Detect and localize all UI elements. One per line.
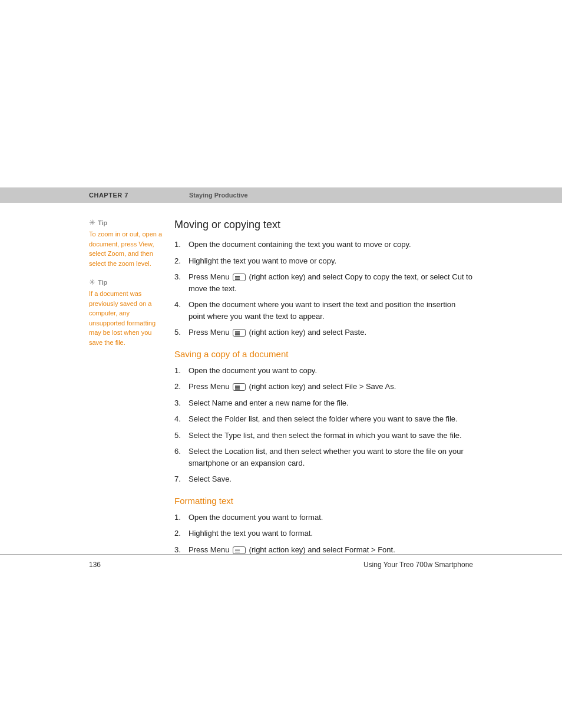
chapter-label: CHAPTER 7 — [89, 192, 189, 199]
list-item: 7. Select Save. — [174, 473, 473, 485]
main-content: Moving or copying text 1. Open the docum… — [174, 218, 473, 560]
menu-key-icon — [233, 546, 246, 554]
section-2-title: Saving a copy of a document — [174, 349, 473, 359]
menu-key-icon — [233, 329, 246, 337]
list-num: 1. — [174, 512, 184, 523]
list-num: 6. — [174, 446, 184, 469]
chapter-title: Staying Productive — [189, 192, 248, 199]
list-text: Highlight the text you want to format. — [189, 528, 473, 539]
list-item: 4. Select the Folder list, and then sele… — [174, 413, 473, 425]
list-num: 1. — [174, 239, 184, 251]
tip-1-label: Tip — [98, 219, 107, 226]
tip-2: ✳ Tip If a document was previously saved… — [89, 278, 163, 347]
list-num: 7. — [174, 473, 184, 485]
section-3-title: Formatting text — [174, 496, 473, 506]
list-text: Highlight the text you want to move or c… — [189, 255, 473, 267]
tip-1-text: To zoom in or out, open a document, pres… — [89, 229, 163, 268]
section-1-list: 1. Open the document containing the text… — [174, 239, 473, 338]
section-3-list: 1. Open the document you want to format.… — [174, 512, 473, 556]
list-text: Select the Folder list, and then select … — [189, 413, 473, 425]
tip-2-star: ✳ — [89, 278, 95, 286]
list-text: Select Save. — [189, 473, 473, 485]
list-text: Select the Location list, and then selec… — [189, 446, 473, 469]
list-item: 1. Open the document containing the text… — [174, 239, 473, 251]
list-item: 5. Press Menu (right action key) and sel… — [174, 327, 473, 338]
list-num: 2. — [174, 381, 184, 393]
chapter-header: CHAPTER 7 Staying Productive — [0, 187, 562, 203]
list-item: 2. Press Menu (right action key) and sel… — [174, 381, 473, 393]
list-item: 4. Open the document where you want to i… — [174, 299, 473, 322]
section-1-title: Moving or copying text — [174, 218, 473, 232]
list-text: Press Menu (right action key) and select… — [189, 327, 473, 338]
footer-title: Using Your Treo 700w Smartphone — [363, 561, 473, 569]
tip-2-text: If a document was previously saved on a … — [89, 289, 163, 347]
list-num: 4. — [174, 299, 184, 322]
list-item: 5. Select the Type list, and then select… — [174, 430, 473, 442]
list-item: 1. Open the document you want to copy. — [174, 365, 473, 377]
list-item: 3. Press Menu (right action key) and sel… — [174, 271, 473, 294]
list-text: Press Menu (right action key) and select… — [189, 381, 473, 393]
footer-area: 136 Using Your Treo 700w Smartphone — [0, 554, 562, 569]
sidebar: ✳ Tip To zoom in or out, open a document… — [89, 218, 174, 560]
list-text: Open the document where you want to inse… — [189, 299, 473, 322]
page-container: CHAPTER 7 Staying Productive ✳ Tip To zo… — [0, 0, 562, 728]
list-num: 1. — [174, 365, 184, 377]
footer-page-number: 136 — [89, 561, 101, 569]
menu-key-icon — [233, 383, 246, 391]
content-area: ✳ Tip To zoom in or out, open a document… — [89, 218, 473, 560]
list-text: Select the Type list, and then select th… — [189, 430, 473, 442]
tip-2-label: Tip — [98, 279, 107, 286]
list-item: 3. Select Name and enter a new name for … — [174, 397, 473, 409]
list-item: 2. Highlight the text you want to format… — [174, 528, 473, 539]
list-text: Open the document you want to format. — [189, 512, 473, 523]
menu-key-icon — [233, 274, 246, 281]
list-num: 5. — [174, 327, 184, 338]
list-num: 3. — [174, 397, 184, 409]
tip-1: ✳ Tip To zoom in or out, open a document… — [89, 218, 163, 268]
list-item: 1. Open the document you want to format. — [174, 512, 473, 523]
list-text: Open the document you want to copy. — [189, 365, 473, 377]
list-item: 6. Select the Location list, and then se… — [174, 446, 473, 469]
list-num: 2. — [174, 528, 184, 539]
list-text: Open the document containing the text yo… — [189, 239, 473, 251]
list-num: 4. — [174, 413, 184, 425]
list-item: 2. Highlight the text you want to move o… — [174, 255, 473, 267]
list-num: 2. — [174, 255, 184, 267]
section-2-list: 1. Open the document you want to copy. 2… — [174, 365, 473, 485]
list-text: Select Name and enter a new name for the… — [189, 397, 473, 409]
list-text: Press Menu (right action key) and select… — [189, 271, 473, 294]
list-num: 3. — [174, 271, 184, 294]
tip-1-star: ✳ — [89, 218, 95, 227]
list-num: 5. — [174, 430, 184, 442]
